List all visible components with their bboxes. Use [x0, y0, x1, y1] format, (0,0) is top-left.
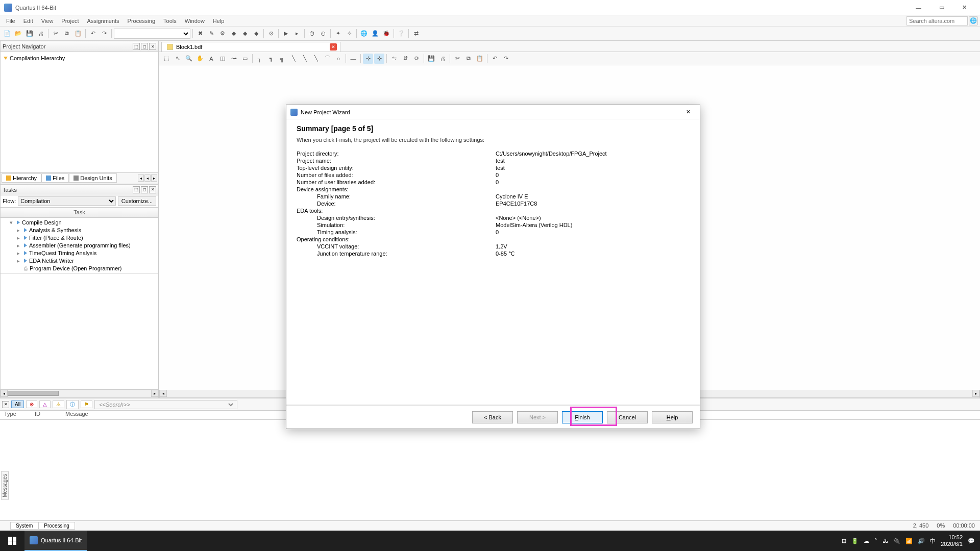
menu-processing[interactable]: Processing: [124, 17, 159, 25]
filter-flag[interactable]: ⚑: [81, 400, 92, 408]
back-button[interactable]: < Back: [472, 411, 513, 423]
toolbtn-9[interactable]: ⏱: [307, 29, 317, 39]
play-icon[interactable]: ▶: [281, 29, 291, 39]
dpaste-icon[interactable]: 📋: [475, 54, 485, 64]
rubberband-icon[interactable]: ⊹: [363, 54, 373, 64]
help-icon[interactable]: ❔: [396, 29, 406, 39]
copy-icon[interactable]: ⧉: [62, 29, 72, 39]
tray-icon-1[interactable]: ⊞: [842, 538, 846, 544]
filter-critical[interactable]: △: [39, 400, 51, 408]
text-icon[interactable]: A: [206, 54, 216, 64]
tray-ime[interactable]: 中: [930, 537, 936, 545]
ortho-bus-icon[interactable]: ┓: [266, 54, 276, 64]
canvas-scroll-left[interactable]: ◂: [160, 390, 167, 397]
minimize-button[interactable]: —: [907, 0, 930, 15]
pin-icon[interactable]: ⊶: [229, 54, 239, 64]
toolbtn-12[interactable]: ✧: [344, 29, 354, 39]
tab-scroll-left2[interactable]: ◂: [144, 174, 151, 182]
save-icon[interactable]: 💾: [24, 29, 35, 39]
tray-volume-icon[interactable]: 🔊: [918, 538, 925, 544]
toolbtn-6[interactable]: ◆: [251, 29, 261, 39]
partial-line-icon[interactable]: ⊹: [374, 54, 384, 64]
diag-line-icon[interactable]: ╲: [288, 54, 299, 64]
toolbtn-5[interactable]: ◆: [240, 29, 250, 39]
maximize-button[interactable]: ▭: [930, 0, 953, 15]
scroll-left-icon[interactable]: ◂: [1, 390, 8, 397]
tray-icon-3[interactable]: ☁: [864, 538, 869, 544]
ortho-conduit-icon[interactable]: ╗: [277, 54, 287, 64]
dialog-close-button[interactable]: ✕: [680, 107, 696, 117]
toolbtn-16[interactable]: ⇄: [411, 29, 421, 39]
tray-clock[interactable]: 10:52 2020/6/1: [941, 534, 963, 547]
message-search-select[interactable]: <<Search>>: [97, 401, 235, 408]
menu-help[interactable]: Help: [209, 17, 229, 25]
cut-icon[interactable]: ✂: [51, 29, 61, 39]
tray-up-icon[interactable]: ˄: [874, 538, 877, 544]
tray-power-icon[interactable]: 🔌: [893, 538, 900, 544]
menu-assignments[interactable]: Assignments: [83, 17, 124, 25]
tasks-hscroll[interactable]: ◂ ▸: [0, 390, 159, 398]
menu-edit[interactable]: Edit: [19, 17, 37, 25]
toolbtn-14[interactable]: 👤: [370, 29, 380, 39]
dtool-1[interactable]: ⬚: [161, 54, 172, 64]
filter-warning[interactable]: ⚠: [53, 400, 64, 408]
toolbtn-15[interactable]: 🐞: [381, 29, 391, 39]
print-icon[interactable]: 🖨: [36, 29, 46, 39]
open-icon[interactable]: 📂: [13, 29, 23, 39]
menu-view[interactable]: View: [37, 17, 58, 25]
task-program-device[interactable]: ⎙Program Device (Open Programmer): [2, 265, 157, 272]
tab-hierarchy[interactable]: Hierarchy: [2, 173, 41, 183]
ortho-line-icon[interactable]: ┐: [255, 54, 265, 64]
undo-icon[interactable]: ↶: [88, 29, 98, 39]
menu-file[interactable]: File: [2, 17, 19, 25]
tab-block1-bdf[interactable]: Block1.bdf ✕: [161, 42, 340, 52]
menu-window[interactable]: Window: [181, 17, 209, 25]
filter-error[interactable]: ⊗: [26, 400, 37, 408]
tasks-pin-button[interactable]: ⬚: [133, 186, 140, 193]
task-eda-netlist[interactable]: ▸EDA Netlist Writer: [2, 257, 157, 265]
dprint-icon[interactable]: 🖨: [437, 54, 448, 64]
tray-notifications-icon[interactable]: 💬: [968, 538, 975, 544]
tasks-float-button[interactable]: ◻: [141, 186, 148, 193]
tasks-close-button[interactable]: ✕: [149, 186, 156, 193]
toolbtn-1[interactable]: ✖: [195, 29, 205, 39]
toolbtn-8[interactable]: ▸: [292, 29, 302, 39]
flow-select[interactable]: Compilation: [18, 196, 116, 206]
arc-icon[interactable]: ⌒: [322, 54, 332, 64]
canvas-scroll-right[interactable]: ▸: [972, 390, 979, 397]
msg-tab-system[interactable]: System: [10, 522, 38, 530]
tab-design-units[interactable]: Design Units: [69, 173, 116, 183]
project-select[interactable]: [114, 29, 190, 39]
tab-files[interactable]: Files: [41, 173, 69, 183]
line-icon[interactable]: —: [348, 54, 358, 64]
cancel-button[interactable]: Cancel: [607, 411, 648, 423]
flip-v-icon[interactable]: ⇵: [400, 54, 410, 64]
tray-wifi-icon[interactable]: 📶: [905, 538, 913, 544]
dundo-icon[interactable]: ↶: [489, 54, 500, 64]
pointer-icon[interactable]: ↖: [173, 54, 183, 64]
filter-all[interactable]: All: [11, 400, 24, 408]
scroll-right-icon[interactable]: ▸: [151, 390, 158, 397]
paste-icon[interactable]: 📋: [73, 29, 83, 39]
customize-button[interactable]: Customize...: [118, 196, 156, 206]
compilation-hierarchy-root[interactable]: Compilation Hierarchy: [3, 54, 156, 62]
circle-icon[interactable]: ○: [333, 54, 344, 64]
zoom-icon[interactable]: 🔍: [184, 54, 194, 64]
task-compile-design[interactable]: ▾Compile Design: [2, 219, 157, 227]
messages-vertical-label[interactable]: Messages: [1, 471, 9, 500]
toolbtn-3[interactable]: ⚙: [217, 29, 228, 39]
toolbtn-7[interactable]: ⊘: [266, 29, 276, 39]
tab-scroll-right[interactable]: ▸: [151, 174, 157, 182]
filter-info[interactable]: ⓘ: [66, 400, 79, 409]
tab-scroll-left[interactable]: ◂: [138, 174, 144, 182]
toolbtn-13[interactable]: 🌐: [359, 29, 369, 39]
dredo-icon[interactable]: ↷: [501, 54, 511, 64]
toolbtn-10[interactable]: ⏲: [318, 29, 328, 39]
tray-icon-2[interactable]: 🔋: [851, 538, 859, 544]
panel-float-button[interactable]: ◻: [141, 43, 148, 50]
messages-close-button[interactable]: ✕: [2, 401, 9, 408]
task-analysis-synthesis[interactable]: ▸Analysis & Synthesis: [2, 227, 157, 234]
toolbtn-4[interactable]: ◆: [229, 29, 239, 39]
close-button[interactable]: ✕: [953, 0, 976, 15]
help-button[interactable]: Help: [652, 411, 693, 423]
